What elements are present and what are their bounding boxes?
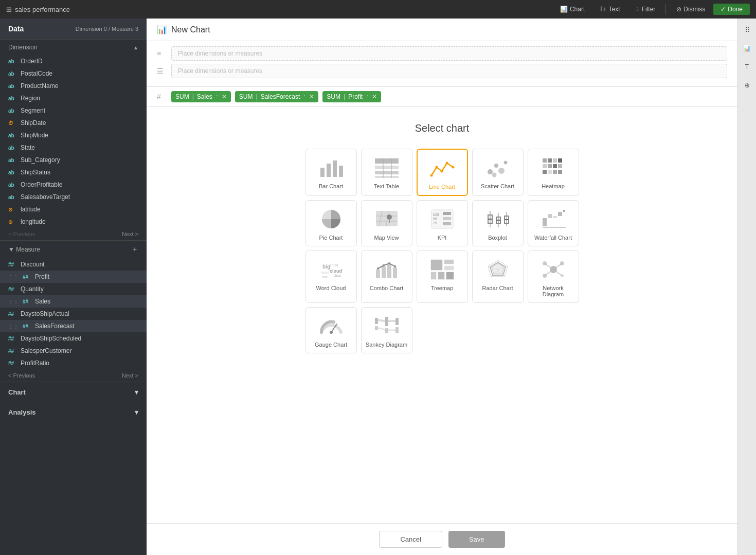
list-item[interactable]: ##Discount — [0, 258, 147, 271]
svg-rect-5 — [375, 166, 399, 169]
pie-chart-option[interactable]: Pie Chart — [305, 200, 357, 246]
combo-chart-option[interactable]: Combo Chart — [361, 250, 412, 303]
cancel-button[interactable]: Cancel — [379, 531, 442, 548]
scatter-chart-option[interactable]: Scatter Chart — [472, 149, 524, 196]
list-item[interactable]: ##SalesperCustomer — [0, 345, 147, 357]
waterfall-chart-option[interactable]: Waterfall Chart — [528, 200, 579, 246]
boxplot-option[interactable]: Boxplot — [472, 200, 524, 246]
list-item[interactable]: ⋮⋮##SalesForecast — [0, 320, 147, 332]
add-measure-button[interactable]: ＋ — [131, 245, 138, 254]
crosshair-icon[interactable]: ⊕ — [740, 78, 754, 93]
done-icon: ✓ — [721, 6, 726, 13]
svg-rect-30 — [553, 170, 557, 174]
text-icon[interactable]: T — [740, 60, 754, 74]
svg-rect-102 — [395, 327, 399, 333]
pie-chart-icon — [318, 208, 344, 230]
gauge-chart-icon — [318, 315, 344, 337]
tag-close-icon[interactable]: ✕ — [309, 93, 314, 100]
list-item[interactable]: abState — [0, 141, 147, 154]
list-item[interactable]: ⋮⋮##Profit — [0, 271, 147, 283]
sidebar: Data Dimension 0 / Measure 3 Dimension ▲… — [0, 19, 147, 555]
tag-options-icon[interactable]: ⋮ — [365, 94, 370, 100]
done-button[interactable]: ✓ Done — [713, 4, 750, 15]
dismiss-button[interactable]: ⊘ Dismiss — [670, 4, 711, 15]
list-item[interactable]: abRegion — [0, 92, 147, 104]
list-item[interactable]: ⋮⋮##Sales — [0, 295, 147, 308]
drop-zones: ≡ Place dimensions or measures ☰ Place d… — [147, 41, 737, 87]
line-chart-option[interactable]: Line Chart — [417, 149, 468, 196]
map-view-option[interactable]: Map View — [361, 200, 412, 246]
list-item[interactable]: abOrderID — [0, 55, 147, 67]
save-button[interactable]: Save — [448, 531, 505, 548]
measure-drop-zone[interactable]: Place dimensions or measures — [171, 64, 727, 78]
filter-button[interactable]: ⁘ Filter — [628, 4, 662, 15]
bar-chart-icon — [318, 156, 344, 179]
list-item[interactable]: abSalesaboveTarget — [0, 191, 147, 203]
grid-icon: ⊞ — [6, 6, 12, 13]
radar-chart-option[interactable]: Radar Chart — [472, 250, 524, 303]
dimension-next-button[interactable]: Next > — [122, 231, 138, 237]
treemap-option[interactable]: Treemap — [417, 250, 468, 303]
tag-options-icon[interactable]: ⋮ — [302, 94, 307, 100]
chart-panel-title: New Chart — [171, 25, 210, 34]
dimension-prev-button[interactable]: < Previous — [8, 231, 35, 237]
sales-tag[interactable]: SUM | Sales ⋮ ✕ — [171, 91, 231, 102]
list-item[interactable]: ⊙latitude — [0, 203, 147, 216]
tag-close-icon[interactable]: ✕ — [372, 93, 377, 100]
list-item[interactable]: abShipMode — [0, 129, 147, 141]
salesforecast-tag[interactable]: SUM | SalesForecast ⋮ ✕ — [235, 91, 319, 102]
bar-chart-option[interactable]: Bar Chart — [305, 149, 357, 196]
scatter-chart-icon — [485, 156, 511, 179]
svg-rect-99 — [385, 317, 388, 326]
map-view-label: Map View — [374, 235, 399, 241]
measure-prev-button[interactable]: < Previous — [8, 372, 35, 379]
svg-rect-52 — [543, 218, 547, 226]
dimension-section-label[interactable]: Dimension ▲ — [0, 40, 147, 55]
dimension-drop-zone[interactable]: Place dimensions or measures — [171, 46, 727, 61]
svg-rect-6 — [375, 171, 399, 174]
network-diagram-option[interactable]: Network Diagram — [528, 250, 579, 303]
dots-grid-icon[interactable]: ⠿ — [740, 23, 754, 37]
list-item[interactable]: ##DaystoShipScheduled — [0, 332, 147, 345]
word-cloud-option[interactable]: big small word cloud text data Word Clou… — [305, 250, 357, 303]
kpi-option[interactable]: 025 95 79 KPI — [417, 200, 468, 246]
svg-rect-98 — [375, 326, 378, 330]
heatmap-option[interactable]: Heatmap — [528, 149, 579, 196]
svg-text:cloud: cloud — [330, 268, 342, 274]
svg-rect-25 — [548, 164, 552, 168]
gauge-chart-option[interactable]: Gauge Chart — [305, 307, 357, 353]
list-item[interactable]: ##Quantity — [0, 283, 147, 295]
treemap-label: Treemap — [431, 285, 454, 291]
top-bar: ⊞ sales performance 📊 Chart T+ Text ⁘ Fi… — [0, 0, 756, 19]
measure-section-label[interactable]: ▼ Measure ＋ — [0, 241, 147, 258]
text-button[interactable]: T+ Text — [593, 4, 626, 15]
measure-next-button[interactable]: Next > — [122, 372, 138, 379]
list-item[interactable]: abSegment — [0, 104, 147, 117]
analysis-section-toggle[interactable]: Analysis ▾ — [0, 402, 147, 422]
list-item[interactable]: abProductName — [0, 80, 147, 92]
text-table-option[interactable]: Text Table — [361, 149, 412, 196]
bar-chart-icon[interactable]: 📊 — [740, 41, 754, 56]
tag-close-icon[interactable]: ✕ — [222, 93, 227, 100]
list-item[interactable]: abOrderProfitable — [0, 178, 147, 191]
sankey-diagram-option[interactable]: Sankey Diagram — [361, 307, 412, 353]
svg-rect-101 — [395, 318, 399, 325]
tag-options-icon[interactable]: ⋮ — [214, 94, 220, 100]
list-item[interactable]: ##DaystoShipActual — [0, 308, 147, 320]
list-item[interactable]: ⊙longitude — [0, 216, 147, 228]
svg-rect-2 — [333, 160, 337, 177]
network-diagram-icon — [541, 258, 566, 281]
svg-rect-54 — [553, 216, 557, 218]
svg-point-15 — [488, 169, 493, 174]
svg-point-17 — [498, 168, 505, 174]
chart-section-toggle[interactable]: Chart ▾ — [0, 382, 147, 402]
list-item[interactable]: ⏱ShipDate — [0, 117, 147, 129]
waterfall-chart-label: Waterfall Chart — [534, 235, 572, 241]
list-item[interactable]: abPostalCode — [0, 67, 147, 80]
chart-button[interactable]: 📊 Chart — [554, 4, 591, 15]
dimension-pagination: < Previous Next > — [0, 228, 147, 240]
profit-tag[interactable]: SUM | Profit ⋮ ✕ — [322, 91, 381, 102]
list-item[interactable]: abSub_Category — [0, 154, 147, 166]
list-item[interactable]: ##ProfitRatio — [0, 357, 147, 369]
list-item[interactable]: abShipStatus — [0, 166, 147, 178]
